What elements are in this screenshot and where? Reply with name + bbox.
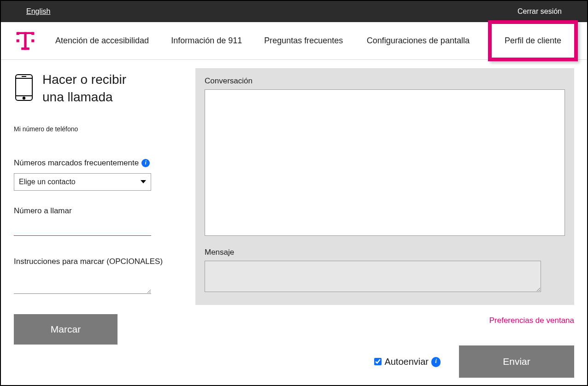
svg-rect-4 <box>17 39 19 42</box>
window-preferences-link[interactable]: Preferencias de ventana <box>489 316 574 325</box>
send-row: Autoenviar i Enviar <box>195 345 574 378</box>
nav-links: Atención de accesibilidad Información de… <box>55 36 343 46</box>
dial-instructions-input[interactable] <box>14 270 151 294</box>
nav-item-911[interactable]: Información de 911 <box>171 36 242 46</box>
frequent-numbers-label: Números marcados frecuentemente i <box>14 158 184 168</box>
brand-logo-icon[interactable] <box>14 29 37 53</box>
svg-rect-0 <box>24 32 26 50</box>
language-link[interactable]: English <box>26 7 50 16</box>
page-title: Hacer o recibir una llamada <box>42 71 126 106</box>
svg-rect-3 <box>31 32 34 35</box>
nav-right: Configuraciones de pantalla Perfil de cl… <box>367 20 578 61</box>
message-input[interactable] <box>205 261 541 292</box>
page-title-line2: una llamada <box>42 90 113 104</box>
autosend-label: Autoenviar <box>384 357 429 367</box>
message-label: Mensaje <box>205 248 565 257</box>
phone-icon <box>14 74 34 103</box>
info-icon[interactable]: i <box>431 357 441 366</box>
svg-rect-2 <box>17 32 19 35</box>
dial-button[interactable]: Marcar <box>14 314 118 345</box>
svg-rect-5 <box>31 39 34 42</box>
nav-item-accessibility[interactable]: Atención de accesibilidad <box>55 36 149 46</box>
nav-item-screen-settings[interactable]: Configuraciones de pantalla <box>367 36 470 46</box>
chevron-down-icon <box>141 180 146 183</box>
svg-rect-1 <box>17 32 33 34</box>
top-bar: English Cerrar sesión <box>1 1 587 22</box>
contact-select[interactable]: Elige un contacto <box>14 173 151 191</box>
frequent-numbers-text: Números marcados frecuentemente <box>14 158 139 168</box>
send-button[interactable]: Enviar <box>459 345 574 378</box>
autosend-toggle[interactable]: Autoenviar i <box>374 357 441 367</box>
info-icon[interactable]: i <box>141 159 150 167</box>
conversation-column: Conversación Mensaje Preferencias de ven… <box>195 68 574 376</box>
svg-point-10 <box>23 97 25 99</box>
number-to-call-input[interactable] <box>14 220 151 236</box>
call-panel: Hacer o recibir una llamada Mi número de… <box>14 68 184 376</box>
conversation-label: Conversación <box>205 76 565 86</box>
page-title-line1: Hacer o recibir <box>42 72 126 87</box>
conversation-box[interactable] <box>205 89 565 236</box>
number-to-call-label: Número a llamar <box>14 206 184 216</box>
autosend-checkbox[interactable] <box>374 358 382 365</box>
nav-item-customer-profile[interactable]: Perfil de cliente <box>488 20 578 61</box>
dial-instructions-label: Instrucciones para marcar (OPCIONALES) <box>14 257 184 266</box>
contact-select-value: Elige un contacto <box>19 178 76 186</box>
nav-item-faq[interactable]: Preguntas frecuentes <box>264 36 343 46</box>
my-phone-label: Mi número de teléfono <box>14 125 184 133</box>
conversation-panel: Conversación Mensaje <box>195 68 574 305</box>
svg-rect-6 <box>21 47 29 50</box>
logout-link[interactable]: Cerrar sesión <box>517 7 562 16</box>
main-nav: Atención de accesibilidad Información de… <box>1 22 587 60</box>
